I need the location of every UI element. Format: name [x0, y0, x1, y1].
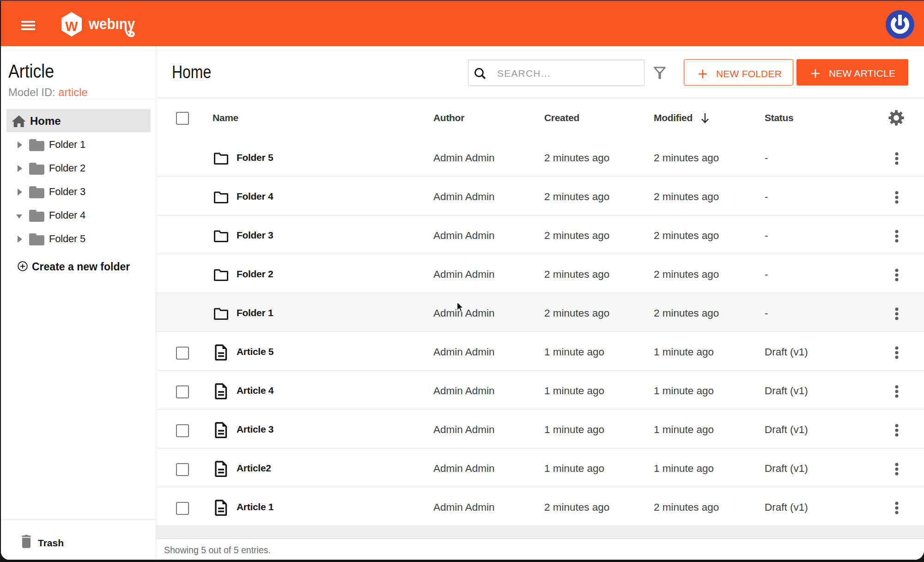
svg-text:W: W [65, 19, 78, 34]
